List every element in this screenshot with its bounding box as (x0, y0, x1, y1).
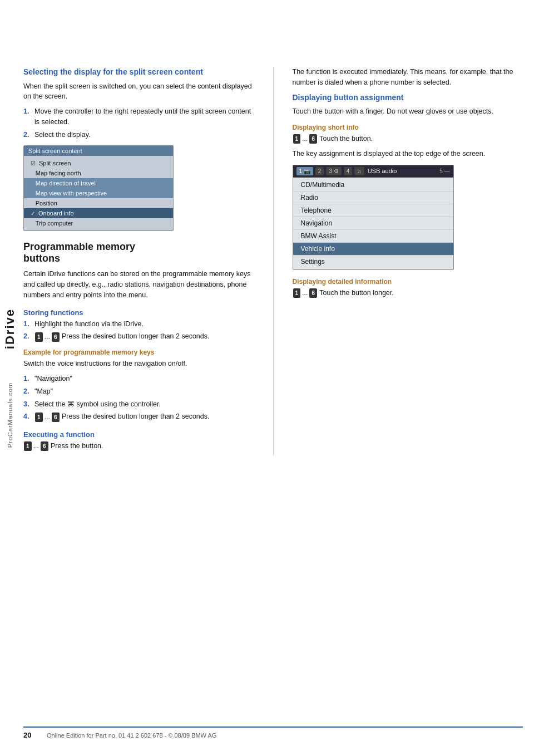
example-body: Switch the voice instructions for the na… (23, 359, 254, 369)
short-key6-badge: 6 (309, 134, 317, 144)
short-info-key-group: 1 ... 6 (293, 134, 318, 144)
executing-keys: 1 ... 6 (23, 441, 49, 451)
idrive-item-bmwassist: BMW Assist (293, 230, 453, 243)
column-divider (273, 67, 274, 456)
idrive-item-settings: Settings (293, 256, 453, 268)
split-screen-title-bar: Split screen content (24, 146, 173, 156)
section1-step1: 1. Move the controller to the right repe… (23, 106, 254, 127)
idrive-item-navigation: Navigation (293, 217, 453, 230)
short-info-keys: 1 ... 6 Touch the button. (293, 134, 523, 144)
detail-key6-badge: 6 (309, 288, 317, 298)
display-button-title: Displaying button assignment (293, 92, 523, 104)
idrive-top-bar: 1 📷 2 3 ⚙ 4 ♫ USB audio 5 — (293, 165, 453, 178)
idrive-menu: CD/Multimedia Radio Telephone Navigation… (293, 178, 453, 269)
big-section-title: Programmable memorybuttons (23, 241, 254, 264)
split-screen-menu: ☑ Split screen Map facing north Map dire… (24, 156, 173, 230)
idrive-tab-4: 4 (344, 167, 353, 175)
exec-key1-badge: 1 (24, 441, 32, 451)
storing-title: Storing functions (23, 308, 254, 317)
idrive-item-vehicleinfo: Vehicle info (293, 243, 453, 256)
short-info-title: Displaying short info (293, 124, 523, 131)
split-screen-item-5: Position (24, 198, 173, 208)
split-screen-item-3: Map direction of travel (24, 178, 173, 188)
example-step4: 4. 1 ... 6 Press the desired button long… (23, 411, 254, 422)
key6-badge: 6 (52, 332, 60, 342)
example-key6-badge: 6 (52, 413, 60, 422)
idrive-item-cdmm: CD/Multimedia (293, 179, 453, 192)
idrive-screen: 1 📷 2 3 ⚙ 4 ♫ USB audio 5 — CD/Multimedi… (293, 165, 454, 270)
split-screen-item-6: ✓ Onboard info (24, 208, 173, 218)
display-button-body: Touch the button with a finger. Do not w… (293, 106, 523, 117)
split-screen-item-4: Map view with perspective (24, 188, 173, 198)
idrive-item-radio: Radio (293, 192, 453, 204)
section1-title: Selecting the display for the split scre… (23, 67, 254, 78)
left-column: Selecting the display for the split scre… (23, 67, 254, 456)
idrive-tab-3: 3 ⚙ (326, 167, 341, 175)
detailed-title: Displaying detailed information (293, 278, 523, 286)
executing-title: Executing a function (23, 430, 254, 439)
section1-step2: 2. Select the display. (23, 130, 254, 140)
idrive-top-right: 5 — (439, 168, 449, 174)
example-step2: 2. "Map" (23, 386, 254, 397)
idrive-tab-1: 1 📷 (296, 167, 313, 175)
example-key1-badge: 1 (35, 413, 43, 422)
footer-text: Online Edition for Part no. 01 41 2 602 … (47, 732, 216, 739)
detailed-keys: 1 ... 6 (293, 288, 318, 298)
executing-body: 1 ... 6 Press the button. (23, 441, 254, 451)
idrive-tab-5: ♫ (354, 167, 364, 175)
idrive-item-telephone: Telephone (293, 204, 453, 217)
storing-step2: 2. 1 ... 6 Press the desired button long… (23, 331, 254, 342)
right-column: The function is executed immediately. Th… (293, 67, 523, 456)
key1-badge: 1 (35, 332, 43, 342)
sidebar-idrive-label: iDrive (3, 308, 17, 349)
idrive-tab-2: 2 (315, 167, 324, 175)
split-screen-item-7: Trip computer (24, 218, 173, 228)
storing-keys: 1 ... 6 (34, 332, 60, 342)
split-screen-image: Split screen content ☑ Split screen Map … (23, 145, 174, 231)
sidebar-procar-label: ProCarManuals.com (7, 382, 13, 448)
split-screen-item-2: Map facing north (24, 168, 173, 178)
short-key1-badge: 1 (293, 134, 301, 144)
main-content: Selecting the display for the split scre… (23, 0, 523, 456)
section1-body: When the split screen is switched on, yo… (23, 81, 254, 102)
example-keys: 1 ... 6 (34, 412, 60, 423)
footer: 20 Online Edition for Part no. 01 41 2 6… (23, 726, 523, 739)
detail-key1-badge: 1 (293, 288, 301, 298)
storing-step1: 1. Highlight the function via the iDrive… (23, 319, 254, 330)
right-intro-body: The function is executed immediately. Th… (293, 67, 523, 88)
sidebar: iDrive ProCarManuals.com (0, 0, 20, 756)
short-info-body2: The key assignment is displayed at the t… (293, 149, 523, 159)
example-step3: 3. Select the ⌘ symbol using the control… (23, 399, 254, 410)
page-number: 20 (23, 731, 39, 739)
split-screen-item-1: ☑ Split screen (24, 158, 173, 168)
detailed-body: 1 ... 6 Touch the button longer. (293, 288, 523, 298)
big-section-body: Certain iDrive functions can be stored o… (23, 269, 254, 300)
example-step1: 1. "Navigation" (23, 374, 254, 384)
exec-key6-badge: 6 (41, 441, 48, 451)
example-title: Example for programmable memory keys (23, 348, 254, 356)
